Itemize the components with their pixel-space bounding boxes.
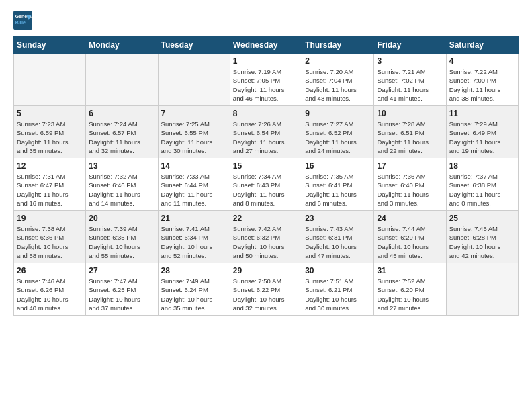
- day-number: 8: [233, 109, 299, 118]
- day-info: Sunrise: 7:42 AM Sunset: 6:32 PM Dayligh…: [233, 224, 299, 260]
- logo: General Blue: [13, 11, 35, 30]
- day-info: Sunrise: 7:24 AM Sunset: 6:57 PM Dayligh…: [89, 120, 154, 155]
- weekday-header-friday: Friday: [374, 37, 446, 54]
- weekday-header-wednesday: Wednesday: [230, 37, 302, 54]
- calendar-cell: 19Sunrise: 7:38 AM Sunset: 6:36 PM Dayli…: [14, 211, 86, 263]
- day-info: Sunrise: 7:28 AM Sunset: 6:51 PM Dayligh…: [377, 120, 443, 155]
- calendar-container: General Blue SundayMondayTuesdayWednesda…: [0, 0, 532, 411]
- day-number: 22: [233, 214, 299, 223]
- week-row-4: 19Sunrise: 7:38 AM Sunset: 6:36 PM Dayli…: [14, 211, 519, 263]
- calendar-cell: 18Sunrise: 7:37 AM Sunset: 6:38 PM Dayli…: [446, 158, 518, 211]
- day-number: 7: [161, 109, 227, 118]
- day-info: Sunrise: 7:31 AM Sunset: 6:47 PM Dayligh…: [17, 172, 83, 208]
- day-number: 5: [17, 109, 83, 118]
- calendar-cell: 20Sunrise: 7:39 AM Sunset: 6:35 PM Dayli…: [86, 211, 158, 263]
- day-info: Sunrise: 7:27 AM Sunset: 6:52 PM Dayligh…: [305, 120, 371, 155]
- day-info: Sunrise: 7:45 AM Sunset: 6:28 PM Dayligh…: [449, 224, 515, 260]
- calendar-cell: 31Sunrise: 7:52 AM Sunset: 6:20 PM Dayli…: [374, 263, 446, 316]
- day-number: 21: [161, 214, 227, 223]
- day-info: Sunrise: 7:34 AM Sunset: 6:43 PM Dayligh…: [233, 172, 299, 208]
- calendar-cell: 23Sunrise: 7:43 AM Sunset: 6:31 PM Dayli…: [302, 211, 374, 263]
- day-info: Sunrise: 7:36 AM Sunset: 6:40 PM Dayligh…: [377, 172, 443, 208]
- calendar-cell: [446, 263, 518, 316]
- day-info: Sunrise: 7:51 AM Sunset: 6:21 PM Dayligh…: [305, 277, 371, 312]
- day-info: Sunrise: 7:43 AM Sunset: 6:31 PM Dayligh…: [305, 224, 371, 260]
- day-info: Sunrise: 7:52 AM Sunset: 6:20 PM Dayligh…: [377, 277, 443, 312]
- calendar-cell: 2Sunrise: 7:20 AM Sunset: 7:04 PM Daylig…: [302, 54, 374, 106]
- day-number: 27: [89, 266, 154, 275]
- calendar-cell: [158, 54, 230, 106]
- day-number: 9: [305, 109, 371, 118]
- calendar-cell: 7Sunrise: 7:25 AM Sunset: 6:55 PM Daylig…: [158, 106, 230, 158]
- day-number: 12: [17, 161, 83, 171]
- calendar-cell: 21Sunrise: 7:41 AM Sunset: 6:34 PM Dayli…: [158, 211, 230, 263]
- day-number: 18: [449, 161, 515, 171]
- logo-icon: General Blue: [13, 11, 32, 30]
- weekday-header-saturday: Saturday: [446, 37, 518, 54]
- week-row-1: 1Sunrise: 7:19 AM Sunset: 7:05 PM Daylig…: [14, 54, 519, 106]
- day-info: Sunrise: 7:41 AM Sunset: 6:34 PM Dayligh…: [161, 224, 227, 260]
- day-info: Sunrise: 7:38 AM Sunset: 6:36 PM Dayligh…: [17, 224, 83, 260]
- week-row-3: 12Sunrise: 7:31 AM Sunset: 6:47 PM Dayli…: [14, 158, 519, 211]
- day-number: 17: [377, 161, 443, 171]
- weekday-header-sunday: Sunday: [14, 37, 86, 54]
- calendar-cell: 25Sunrise: 7:45 AM Sunset: 6:28 PM Dayli…: [446, 211, 518, 263]
- calendar-cell: 8Sunrise: 7:26 AM Sunset: 6:54 PM Daylig…: [230, 106, 302, 158]
- calendar-cell: 10Sunrise: 7:28 AM Sunset: 6:51 PM Dayli…: [374, 106, 446, 158]
- day-number: 6: [89, 109, 154, 118]
- calendar-cell: 14Sunrise: 7:33 AM Sunset: 6:44 PM Dayli…: [158, 158, 230, 211]
- calendar-cell: 9Sunrise: 7:27 AM Sunset: 6:52 PM Daylig…: [302, 106, 374, 158]
- calendar-cell: 3Sunrise: 7:21 AM Sunset: 7:02 PM Daylig…: [374, 54, 446, 106]
- weekday-header-thursday: Thursday: [302, 37, 374, 54]
- day-number: 3: [377, 56, 443, 66]
- day-number: 16: [305, 161, 371, 171]
- day-info: Sunrise: 7:23 AM Sunset: 6:59 PM Dayligh…: [17, 120, 83, 155]
- week-row-2: 5Sunrise: 7:23 AM Sunset: 6:59 PM Daylig…: [14, 106, 519, 158]
- header: General Blue: [13, 11, 519, 30]
- calendar-cell: 27Sunrise: 7:47 AM Sunset: 6:25 PM Dayli…: [86, 263, 158, 316]
- day-number: 30: [305, 266, 371, 275]
- weekday-header-monday: Monday: [86, 37, 158, 54]
- day-number: 13: [89, 161, 154, 171]
- day-info: Sunrise: 7:21 AM Sunset: 7:02 PM Dayligh…: [377, 67, 443, 103]
- day-number: 14: [161, 161, 227, 171]
- calendar-table: SundayMondayTuesdayWednesdayThursdayFrid…: [13, 36, 519, 316]
- calendar-cell: 29Sunrise: 7:50 AM Sunset: 6:22 PM Dayli…: [230, 263, 302, 316]
- calendar-cell: 30Sunrise: 7:51 AM Sunset: 6:21 PM Dayli…: [302, 263, 374, 316]
- calendar-cell: 12Sunrise: 7:31 AM Sunset: 6:47 PM Dayli…: [14, 158, 86, 211]
- day-number: 29: [233, 266, 299, 275]
- day-number: 1: [233, 56, 299, 66]
- day-number: 25: [449, 214, 515, 223]
- day-info: Sunrise: 7:33 AM Sunset: 6:44 PM Dayligh…: [161, 172, 227, 208]
- day-number: 4: [449, 56, 515, 66]
- day-number: 31: [377, 266, 443, 275]
- calendar-cell: 26Sunrise: 7:46 AM Sunset: 6:26 PM Dayli…: [14, 263, 86, 316]
- calendar-cell: 28Sunrise: 7:49 AM Sunset: 6:24 PM Dayli…: [158, 263, 230, 316]
- day-number: 28: [161, 266, 227, 275]
- day-number: 23: [305, 214, 371, 223]
- day-info: Sunrise: 7:22 AM Sunset: 7:00 PM Dayligh…: [449, 67, 515, 103]
- calendar-cell: 22Sunrise: 7:42 AM Sunset: 6:32 PM Dayli…: [230, 211, 302, 263]
- calendar-cell: 17Sunrise: 7:36 AM Sunset: 6:40 PM Dayli…: [374, 158, 446, 211]
- day-number: 19: [17, 214, 83, 223]
- day-info: Sunrise: 7:49 AM Sunset: 6:24 PM Dayligh…: [161, 277, 227, 312]
- day-info: Sunrise: 7:37 AM Sunset: 6:38 PM Dayligh…: [449, 172, 515, 208]
- week-row-5: 26Sunrise: 7:46 AM Sunset: 6:26 PM Dayli…: [14, 263, 519, 316]
- svg-text:Blue: Blue: [15, 20, 26, 25]
- day-info: Sunrise: 7:19 AM Sunset: 7:05 PM Dayligh…: [233, 67, 299, 103]
- day-info: Sunrise: 7:26 AM Sunset: 6:54 PM Dayligh…: [233, 120, 299, 155]
- day-number: 2: [305, 56, 371, 66]
- day-info: Sunrise: 7:20 AM Sunset: 7:04 PM Dayligh…: [305, 67, 371, 103]
- calendar-cell: 24Sunrise: 7:44 AM Sunset: 6:29 PM Dayli…: [374, 211, 446, 263]
- weekday-header-row: SundayMondayTuesdayWednesdayThursdayFrid…: [14, 37, 519, 54]
- day-info: Sunrise: 7:25 AM Sunset: 6:55 PM Dayligh…: [161, 120, 227, 155]
- day-info: Sunrise: 7:46 AM Sunset: 6:26 PM Dayligh…: [17, 277, 83, 312]
- calendar-cell: 4Sunrise: 7:22 AM Sunset: 7:00 PM Daylig…: [446, 54, 518, 106]
- day-info: Sunrise: 7:39 AM Sunset: 6:35 PM Dayligh…: [89, 224, 154, 260]
- calendar-cell: 11Sunrise: 7:29 AM Sunset: 6:49 PM Dayli…: [446, 106, 518, 158]
- day-info: Sunrise: 7:44 AM Sunset: 6:29 PM Dayligh…: [377, 224, 443, 260]
- day-number: 11: [449, 109, 515, 118]
- day-number: 26: [17, 266, 83, 275]
- day-number: 20: [89, 214, 154, 223]
- calendar-cell: 1Sunrise: 7:19 AM Sunset: 7:05 PM Daylig…: [230, 54, 302, 106]
